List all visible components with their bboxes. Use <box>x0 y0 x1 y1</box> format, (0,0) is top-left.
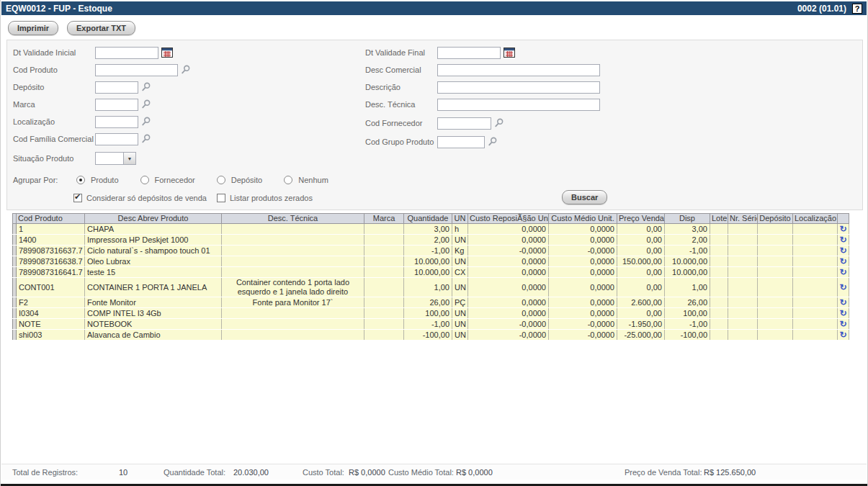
cell-marca <box>364 224 404 235</box>
cell-custo-medio-unit: 0,0000 <box>549 235 617 246</box>
radio-nenhum[interactable] <box>284 176 292 184</box>
situacao-produto-select[interactable]: ▼ <box>95 152 136 165</box>
imprimir-button[interactable]: Imprimir <box>8 21 58 35</box>
cell-desc-tecnica <box>222 224 364 235</box>
radio-fornecedor[interactable] <box>140 176 149 184</box>
dt-validade-inicial-input[interactable] <box>95 47 158 59</box>
table-row[interactable]: 7899087316638.7Oleo Lubrax10.000,00UN0,0… <box>13 256 849 267</box>
column-header-preco-venda[interactable]: Preço Venda <box>617 214 665 224</box>
cell-lote <box>710 256 728 267</box>
table-row[interactable]: 7899087316641.7teste 1510.000,00CX0,0000… <box>13 267 849 278</box>
cell-disp: 2,00 <box>665 235 710 246</box>
desc-tecnica-input[interactable] <box>437 99 600 111</box>
dt-validade-final-input[interactable] <box>437 47 501 59</box>
cell-localizacao <box>793 308 838 319</box>
desc-comercial-input[interactable] <box>437 64 600 76</box>
refresh-icon[interactable]: ↻ <box>839 225 846 233</box>
cell-custo-reposicao-unit: -0,0000 <box>468 330 549 341</box>
search-icon[interactable] <box>141 82 151 92</box>
buscar-button[interactable]: Buscar <box>562 190 607 204</box>
column-header-disp[interactable]: Disp <box>665 214 710 224</box>
calendar-icon[interactable] <box>504 48 515 58</box>
table-header-row: Cod ProdutoDesc Abrev ProdutoDesc. Técni… <box>13 214 849 224</box>
table-row[interactable]: 1400Impressora HP Deskjet 10002,00UN0,00… <box>13 235 849 246</box>
cell-nr-serie <box>728 330 758 341</box>
cod-fornecedor-input[interactable] <box>437 117 491 130</box>
action-cell: ↻ <box>838 278 849 297</box>
refresh-icon[interactable]: ↻ <box>839 320 846 328</box>
cell-disp: 100,00 <box>665 308 710 319</box>
cod-familia-comercial-input[interactable] <box>95 133 138 145</box>
cell-cod-produto: 1400 <box>17 235 85 246</box>
cod-grupo-produto-input[interactable] <box>437 136 485 148</box>
radio-produto[interactable] <box>76 176 85 184</box>
descricao-input[interactable] <box>437 81 600 94</box>
cell-quantidade: -1,00 <box>404 246 452 256</box>
select-value <box>96 153 123 164</box>
cell-deposito <box>758 319 793 330</box>
cod-produto-input[interactable] <box>95 64 178 76</box>
marca-input[interactable] <box>95 99 138 111</box>
cell-un: UN <box>452 319 468 330</box>
refresh-icon[interactable]: ↻ <box>839 330 846 339</box>
search-icon[interactable] <box>494 118 504 128</box>
action-cell: ↻ <box>838 246 849 256</box>
table-row[interactable]: NOTENOTEBOOK-1,00UN-0,0000-0,0000-1.950,… <box>13 319 849 330</box>
refresh-icon[interactable]: ↻ <box>839 309 846 318</box>
calendar-icon[interactable] <box>161 48 173 58</box>
cell-preco-venda: 0,00 <box>617 246 665 256</box>
cell-custo-medio-unit: 0,0000 <box>549 256 617 267</box>
search-icon[interactable] <box>141 99 151 109</box>
cell-localizacao <box>793 235 838 246</box>
cell-custo-medio-unit: 0,0000 <box>549 267 617 278</box>
refresh-icon[interactable]: ↻ <box>839 257 846 266</box>
cell-preco-venda: -1.950,00 <box>617 319 665 330</box>
cell-desc-tecnica: Fonte para Monitor 17` <box>222 297 364 308</box>
deposito-input[interactable] <box>95 81 138 94</box>
refresh-icon[interactable]: ↻ <box>839 298 846 307</box>
column-header-localizacao[interactable]: Localização <box>793 214 838 224</box>
cell-nr-serie <box>728 246 758 256</box>
cell-cod-produto: NOTE <box>17 319 85 330</box>
table-row[interactable]: I0304COMP INTEL I3 4Gb100,00UN0,00000,00… <box>13 308 849 319</box>
preco-venda-total-value: R$ 125.650,00 <box>704 468 756 477</box>
cell-desc-tecnica <box>222 267 364 278</box>
refresh-icon[interactable]: ↻ <box>839 268 846 276</box>
refresh-icon[interactable]: ↻ <box>839 235 846 244</box>
help-icon[interactable]: ? <box>852 4 862 14</box>
chevron-down-icon[interactable]: ▼ <box>123 153 135 164</box>
checkbox-considerar-depositos[interactable] <box>73 194 82 202</box>
column-header-cod-produto[interactable]: Cod Produto <box>17 214 85 224</box>
column-header-marca[interactable]: Marca <box>364 214 404 224</box>
column-header-quantidade[interactable]: Quantidade <box>404 214 452 224</box>
exportar-txt-button[interactable]: Exportar TXT <box>67 21 135 35</box>
localizacao-input[interactable] <box>95 116 138 128</box>
cell-un: PÇ <box>452 297 468 308</box>
search-icon[interactable] <box>488 137 498 147</box>
table-row[interactable]: F2Fonte MonitorFonte para Monitor 17`26,… <box>13 297 849 308</box>
radio-deposito[interactable] <box>217 176 225 184</box>
table-row[interactable]: 1CHAPA3,00h0,00000,00000,003,00↻ <box>13 224 849 235</box>
search-icon[interactable] <box>181 65 191 75</box>
quantidade-total-label: Quantidade Total: <box>164 468 225 477</box>
table-row[interactable]: 7899087316637.7Ciclo natural`s - shampoo… <box>13 246 849 256</box>
table-row[interactable]: CONT001CONTAINER 1 PORTA 1 JANELAContain… <box>13 278 849 297</box>
search-icon[interactable] <box>141 117 151 127</box>
cell-disp: 10.000,00 <box>665 256 710 267</box>
checkbox-listar-zerados[interactable] <box>217 194 225 202</box>
cell-custo-reposicao-unit: -0,0000 <box>468 319 549 330</box>
column-header-desc-tecnica[interactable]: Desc. Técnica <box>222 214 364 224</box>
refresh-icon[interactable]: ↻ <box>839 246 846 255</box>
column-header-lote[interactable]: Lote <box>710 214 728 224</box>
column-header-desc-abrev-produto[interactable]: Desc Abrev Produto <box>85 214 222 224</box>
column-header-deposito[interactable]: Depósito <box>758 214 793 224</box>
search-icon[interactable] <box>141 134 151 144</box>
table-row[interactable]: shi003Alavanca de Cambio-100,00UN-0,0000… <box>13 330 849 341</box>
refresh-icon[interactable]: ↻ <box>839 283 846 292</box>
column-header-nr-serie[interactable]: Nr. Série <box>728 214 758 224</box>
column-header-custo-reposicao-unit[interactable]: Custo ReposiÃ§ão Unit <box>468 214 549 224</box>
column-header-custo-medio-unit[interactable]: Custo Médio Unit. <box>549 214 617 224</box>
column-header-un[interactable]: UN <box>452 214 468 224</box>
cell-un: UN <box>452 235 468 246</box>
cell-lote <box>710 319 728 330</box>
